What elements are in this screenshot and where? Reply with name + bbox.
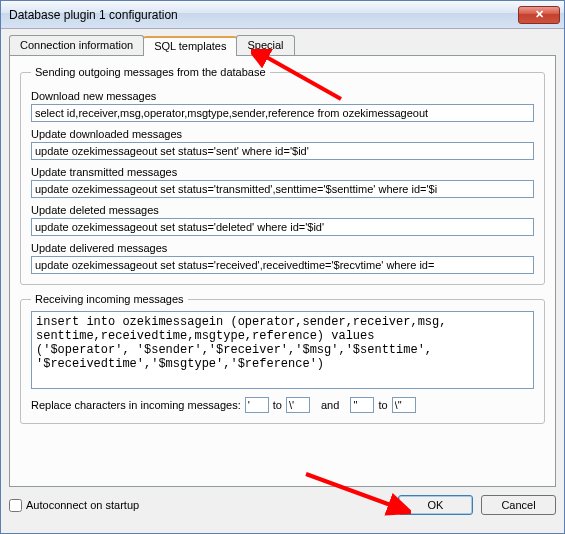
tab-sql-templates[interactable]: SQL templates	[143, 36, 237, 56]
replace-row: Replace characters in incoming messages:…	[31, 397, 534, 413]
titlebar: Database plugin 1 configuration ✕	[1, 1, 564, 29]
input-replace2-from[interactable]	[350, 397, 374, 413]
fieldset-incoming: Receiving incoming messages Replace char…	[20, 293, 545, 424]
close-icon: ✕	[535, 8, 544, 21]
input-replace1-from[interactable]	[245, 397, 269, 413]
dialog-window: Database plugin 1 configuration ✕ Connec…	[0, 0, 565, 534]
client-area: Connection information SQL templates Spe…	[1, 29, 564, 533]
input-update-deleted[interactable]	[31, 218, 534, 236]
fieldset-outgoing: Sending outgoing messages from the datab…	[20, 66, 545, 285]
footer-row: Autoconnect on startup OK Cancel	[9, 495, 556, 515]
button-group: OK Cancel	[398, 495, 556, 515]
input-update-downloaded[interactable]	[31, 142, 534, 160]
legend-incoming: Receiving incoming messages	[31, 293, 188, 305]
autoconnect-checkbox-wrap[interactable]: Autoconnect on startup	[9, 499, 139, 512]
input-download-new[interactable]	[31, 104, 534, 122]
tab-strip: Connection information SQL templates Spe…	[9, 35, 556, 55]
autoconnect-checkbox[interactable]	[9, 499, 22, 512]
input-update-transmitted[interactable]	[31, 180, 534, 198]
autoconnect-label: Autoconnect on startup	[26, 499, 139, 511]
label-and: and	[321, 399, 339, 411]
textarea-incoming-sql[interactable]	[31, 311, 534, 389]
window-title: Database plugin 1 configuration	[9, 8, 518, 22]
label-replace: Replace characters in incoming messages:	[31, 399, 241, 411]
input-replace1-to[interactable]	[286, 397, 310, 413]
cancel-button[interactable]: Cancel	[481, 495, 556, 515]
close-button[interactable]: ✕	[518, 6, 560, 24]
label-update-delivered: Update delivered messages	[31, 242, 534, 254]
input-replace2-to[interactable]	[392, 397, 416, 413]
ok-button[interactable]: OK	[398, 495, 473, 515]
label-to-2: to	[378, 399, 387, 411]
tab-special[interactable]: Special	[236, 35, 294, 55]
legend-outgoing: Sending outgoing messages from the datab…	[31, 66, 270, 78]
tab-connection-information[interactable]: Connection information	[9, 35, 144, 55]
label-to-1: to	[273, 399, 282, 411]
label-update-deleted: Update deleted messages	[31, 204, 534, 216]
label-update-transmitted: Update transmitted messages	[31, 166, 534, 178]
label-update-downloaded: Update downloaded messages	[31, 128, 534, 140]
input-update-delivered[interactable]	[31, 256, 534, 274]
tab-panel-sql: Sending outgoing messages from the datab…	[9, 55, 556, 487]
label-download-new: Download new messages	[31, 90, 534, 102]
